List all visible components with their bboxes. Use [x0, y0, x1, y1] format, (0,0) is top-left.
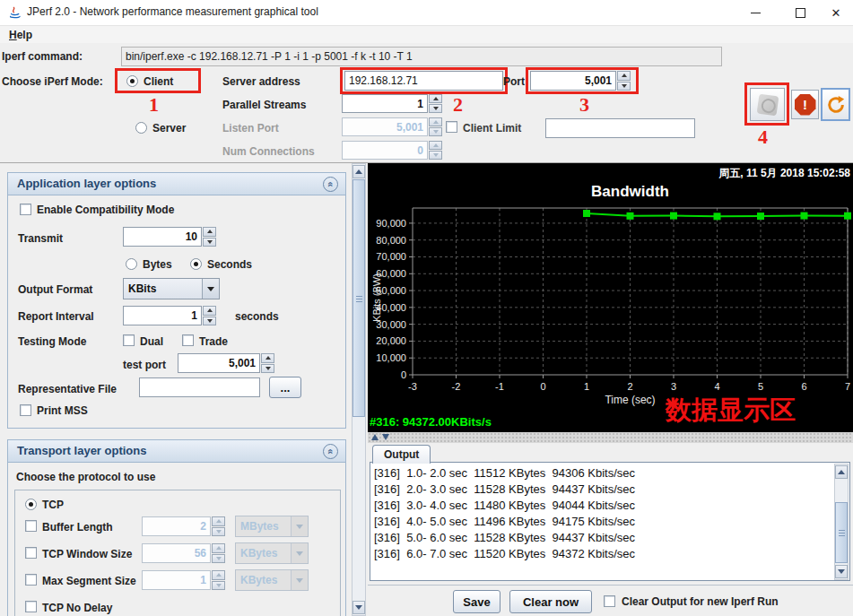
transmit-spinner[interactable]: 10	[123, 227, 216, 247]
splitter-expand-up-icon[interactable]	[371, 434, 379, 440]
svg-text:10,000: 10,000	[376, 352, 406, 363]
scroll-up-icon[interactable]	[835, 465, 848, 479]
output-format-combo[interactable]: KBits	[123, 278, 220, 299]
spinner-up-icon	[212, 570, 225, 580]
maximize-button[interactable]	[782, 0, 818, 25]
spinner-up-icon[interactable]	[617, 71, 631, 81]
output-format-label: Output Format	[18, 283, 92, 296]
scroll-down-icon[interactable]	[353, 601, 365, 614]
spinner-up-icon[interactable]	[203, 227, 216, 237]
spinner-up-icon[interactable]	[203, 306, 216, 316]
spinner-up-icon[interactable]	[261, 353, 274, 363]
representative-file-field[interactable]	[139, 377, 260, 397]
transport-layer-header[interactable]: Transport layer options «	[8, 440, 345, 463]
svg-text:-1: -1	[495, 381, 504, 392]
tcp-no-delay-checkbox[interactable]	[25, 601, 37, 612]
max-segment-label: Max Segment Size	[42, 575, 136, 587]
test-port-spinner[interactable]: 5,001	[178, 353, 274, 373]
output-toolbar: Save Clear now Clear Output for new Iper…	[368, 585, 853, 616]
clear-output-checkbox[interactable]	[604, 595, 615, 607]
listen-port-label: Listen Port	[222, 122, 279, 134]
port-spinner[interactable]: 5,001	[530, 71, 631, 91]
client-radio[interactable]	[126, 75, 138, 87]
buffer-length-checkbox[interactable]	[25, 520, 37, 532]
bandwidth-chart: -3-2-101234567010,00020,00030,00040,0005…	[368, 163, 853, 432]
tcp-window-checkbox[interactable]	[25, 547, 37, 559]
trade-checkbox[interactable]	[182, 334, 194, 346]
stop-iperf-button[interactable]	[791, 90, 819, 119]
print-mss-checkbox[interactable]	[20, 404, 31, 416]
transmit-value[interactable]: 10	[123, 227, 202, 247]
stop-octagon-icon	[795, 94, 816, 116]
combo-arrow-icon[interactable]	[202, 279, 219, 299]
close-button[interactable]: ✕	[818, 0, 853, 25]
report-interval-unit: seconds	[235, 310, 279, 323]
menu-help[interactable]: Help	[5, 28, 36, 42]
spinner-down-icon[interactable]	[617, 82, 631, 91]
spinner-down-icon[interactable]	[261, 364, 274, 374]
svg-text:70,000: 70,000	[376, 251, 406, 262]
collapse-chevron-icon[interactable]: «	[323, 177, 338, 192]
annotation-number-4: 4	[758, 126, 768, 149]
scroll-down-icon[interactable]	[835, 565, 848, 578]
save-button[interactable]: Save	[453, 590, 500, 613]
server-address-field[interactable]: 192.168.12.71	[344, 71, 503, 91]
collapse-chevron-icon[interactable]: «	[323, 444, 338, 459]
tcp-window-spinner: 56	[142, 543, 225, 563]
max-segment-checkbox[interactable]	[25, 574, 37, 586]
scroll-up-icon[interactable]	[353, 165, 365, 178]
minimize-button[interactable]	[737, 0, 773, 25]
buffer-length-value: 2	[142, 516, 211, 536]
clear-now-button[interactable]: Clear now	[509, 590, 592, 613]
spinner-down-icon[interactable]	[203, 317, 216, 326]
output-scrollbar[interactable]	[834, 464, 849, 580]
seconds-radio[interactable]	[190, 258, 202, 270]
output-line: [316] 2.0- 3.0 sec 11528 KBytes 94437 Kb…	[374, 482, 831, 498]
report-interval-value[interactable]: 1	[123, 306, 202, 325]
client-limit-field[interactable]	[545, 118, 695, 138]
scrollbar-thumb[interactable]	[835, 502, 848, 563]
dual-checkbox[interactable]	[123, 334, 135, 346]
report-interval-label: Report Interval	[18, 310, 94, 323]
splitter-expand-down-icon[interactable]	[382, 434, 389, 440]
svg-text:0: 0	[540, 381, 545, 392]
spinner-up-icon[interactable]	[429, 94, 442, 103]
tcp-radio[interactable]	[25, 499, 37, 510]
output-console[interactable]: [316] 1.0- 2.0 sec 11512 KBytes 94306 Kb…	[370, 462, 850, 581]
parallel-streams-label: Parallel Streams	[222, 99, 306, 111]
clear-output-label: Clear Output for new Iperf Run	[622, 595, 779, 608]
compatibility-mode-checkbox[interactable]	[20, 204, 31, 215]
run-iperf-button[interactable]	[750, 88, 785, 121]
choose-mode-label: Choose iPerf Mode:	[2, 75, 103, 88]
port-value[interactable]: 5,001	[530, 71, 616, 91]
java-icon	[8, 5, 22, 20]
bytes-radio[interactable]	[126, 258, 137, 270]
scrollbar-thumb[interactable]	[353, 179, 365, 417]
buffer-length-label: Buffer Length	[42, 521, 113, 534]
test-port-label: test port	[123, 359, 166, 371]
server-radio[interactable]	[135, 122, 147, 134]
combo-arrow-icon	[291, 570, 308, 590]
output-line: [316] 5.0- 6.0 sec 11528 KBytes 94437 Kb…	[374, 530, 831, 546]
client-limit-checkbox[interactable]	[446, 121, 457, 133]
spinner-down-icon	[429, 151, 442, 160]
browse-file-button[interactable]: ...	[269, 377, 301, 398]
svg-text:1: 1	[584, 381, 589, 392]
tab-output[interactable]: Output	[372, 445, 431, 464]
num-connections-label: Num Connections	[222, 145, 315, 158]
output-line: [316] 3.0- 4.0 sec 11480 KBytes 94044 Kb…	[374, 498, 831, 514]
options-scrollbar[interactable]	[352, 163, 366, 616]
test-port-value[interactable]: 5,001	[178, 353, 260, 373]
port-label: Port	[503, 75, 525, 88]
parallel-streams-spinner[interactable]: 1	[342, 94, 442, 113]
application-layer-header[interactable]: Application layer options «	[8, 173, 345, 195]
spinner-down-icon[interactable]	[429, 104, 442, 113]
spinner-down-icon[interactable]	[203, 238, 216, 247]
restart-iperf-button[interactable]	[821, 88, 850, 121]
chart-output-splitter[interactable]	[368, 432, 853, 443]
tcp-radio-label: TCP	[42, 499, 64, 511]
iperf-command-field[interactable]: bin/iperf.exe -c 192.168.12.71 -P 1 -i 1…	[121, 47, 722, 66]
report-interval-spinner[interactable]: 1	[123, 306, 216, 325]
num-connections-value: 0	[342, 141, 428, 160]
parallel-streams-value[interactable]: 1	[342, 94, 428, 113]
